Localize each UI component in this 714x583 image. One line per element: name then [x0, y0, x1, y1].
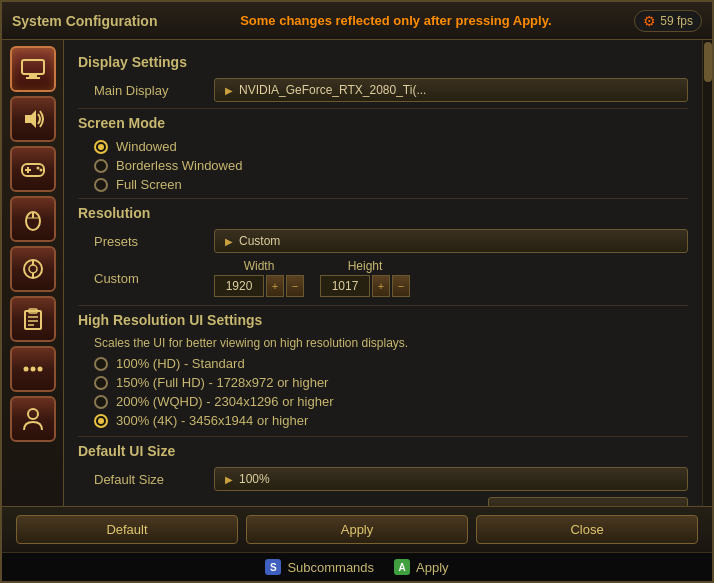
radio-150: [94, 376, 108, 390]
highres-300[interactable]: 300% (4K) - 3456x1944 or higher: [78, 413, 688, 428]
radio-300: [94, 414, 108, 428]
highres-100[interactable]: 100% (HD) - Standard: [78, 356, 688, 371]
dropdown-arrow-icon: ▶: [225, 85, 233, 96]
apply-all-button[interactable]: Apply All: [488, 497, 688, 506]
divider-2: [78, 198, 688, 199]
scrollbar[interactable]: [702, 40, 712, 506]
title-bar: System Configuration Some changes reflec…: [2, 2, 712, 40]
default-ui-section: Default UI Size Default Size ▶ 100% Appl…: [78, 443, 688, 506]
system-config-window: System Configuration Some changes reflec…: [0, 0, 714, 583]
height-controls: 1017 + −: [320, 275, 410, 297]
sound-icon: [20, 106, 46, 132]
default-size-value: 100%: [239, 472, 270, 486]
highres-300-label: 300% (4K) - 3456x1944 or higher: [116, 413, 308, 428]
highres-desc: Scales the UI for better viewing on high…: [78, 336, 688, 350]
sub-apply-item[interactable]: A Apply: [394, 559, 449, 575]
screen-mode-borderless[interactable]: Borderless Windowed: [94, 158, 688, 173]
radio-100: [94, 357, 108, 371]
display-icon: [20, 56, 46, 82]
presets-dropdown[interactable]: ▶ Custom: [214, 229, 688, 253]
height-increment-btn[interactable]: +: [372, 275, 390, 297]
highres-200[interactable]: 200% (WQHD) - 2304x1296 or higher: [78, 394, 688, 409]
radio-200: [94, 395, 108, 409]
svg-marker-3: [25, 110, 36, 128]
radio-windowed: [94, 140, 108, 154]
mouse-icon: [20, 206, 46, 232]
default-ui-header: Default UI Size: [78, 443, 688, 459]
svg-point-13: [29, 265, 37, 273]
screen-mode-fullscreen[interactable]: Full Screen: [94, 177, 688, 192]
presets-label: Presets: [94, 234, 214, 249]
default-size-dropdown[interactable]: ▶ 100%: [214, 467, 688, 491]
svg-point-23: [37, 367, 42, 372]
clipboard-icon: [20, 306, 46, 332]
highres-150[interactable]: 150% (Full HD) - 1728x972 or higher: [78, 375, 688, 390]
sub-apply-label: Apply: [416, 560, 449, 575]
main-display-dropdown[interactable]: ▶ NVIDIA_GeForce_RTX_2080_Ti(...: [214, 78, 688, 102]
width-block: Width 1920 + −: [214, 259, 304, 297]
highres-header: High Resolution UI Settings: [78, 312, 688, 328]
width-increment-btn[interactable]: +: [266, 275, 284, 297]
window-title: System Configuration: [12, 13, 157, 29]
sidebar: [2, 40, 64, 506]
custom-label: Custom: [94, 271, 214, 286]
sub-bar: S Subcommands A Apply: [2, 552, 712, 581]
screen-mode-fullscreen-label: Full Screen: [116, 177, 182, 192]
controller-icon: [20, 156, 46, 182]
sidebar-btn-more[interactable]: [10, 346, 56, 392]
sub-apply-icon: A: [394, 559, 410, 575]
highres-150-label: 150% (Full HD) - 1728x972 or higher: [116, 375, 328, 390]
highres-200-label: 200% (WQHD) - 2304x1296 or higher: [116, 394, 334, 409]
subcommands-item[interactable]: S Subcommands: [265, 559, 374, 575]
presets-arrow-icon: ▶: [225, 236, 233, 247]
main-display-row: Main Display ▶ NVIDIA_GeForce_RTX_2080_T…: [78, 78, 688, 102]
sidebar-btn-clipboard[interactable]: [10, 296, 56, 342]
presets-value: Custom: [239, 234, 280, 248]
screen-mode-windowed[interactable]: Windowed: [94, 139, 688, 154]
close-button[interactable]: Close: [476, 515, 698, 544]
content-scroll[interactable]: Display Settings Main Display ▶ NVIDIA_G…: [64, 40, 702, 506]
width-height-group: Width 1920 + − Height 1017: [214, 259, 410, 297]
svg-point-24: [28, 409, 38, 419]
width-controls: 1920 + −: [214, 275, 304, 297]
width-label: Width: [244, 259, 275, 273]
warning-text: Some changes reflected only after pressi…: [167, 13, 624, 28]
gamepad-icon: [20, 256, 46, 282]
highres-section: High Resolution UI Settings Scales the U…: [78, 312, 688, 428]
subcommands-icon: S: [265, 559, 281, 575]
main-display-label: Main Display: [94, 83, 214, 98]
height-decrement-btn[interactable]: −: [392, 275, 410, 297]
svg-point-8: [39, 169, 42, 172]
display-settings-header: Display Settings: [78, 54, 688, 70]
subcommands-label: Subcommands: [287, 560, 374, 575]
custom-resolution-row: Custom Width 1920 + −: [78, 259, 688, 297]
sidebar-btn-person[interactable]: [10, 396, 56, 442]
fps-badge: ⚙ 59 fps: [634, 10, 702, 32]
svg-point-21: [23, 367, 28, 372]
radio-fullscreen: [94, 178, 108, 192]
default-size-row: Default Size ▶ 100%: [78, 467, 688, 491]
sidebar-btn-sound[interactable]: [10, 96, 56, 142]
apply-change-row: Apply Change to All UI Components Apply …: [78, 497, 688, 506]
radio-borderless: [94, 159, 108, 173]
sidebar-btn-mouse[interactable]: [10, 196, 56, 242]
sidebar-btn-gamepad[interactable]: [10, 246, 56, 292]
main-display-value: NVIDIA_GeForce_RTX_2080_Ti(...: [239, 83, 426, 97]
width-decrement-btn[interactable]: −: [286, 275, 304, 297]
height-label: Height: [348, 259, 383, 273]
divider-3: [78, 305, 688, 306]
screen-mode-windowed-label: Windowed: [116, 139, 177, 154]
apply-button[interactable]: Apply: [246, 515, 468, 544]
sidebar-btn-display[interactable]: [10, 46, 56, 92]
person-icon: [20, 406, 46, 432]
main-area: Display Settings Main Display ▶ NVIDIA_G…: [2, 40, 712, 506]
sidebar-btn-controller[interactable]: [10, 146, 56, 192]
default-button[interactable]: Default: [16, 515, 238, 544]
resolution-section: Resolution Presets ▶ Custom Custom Width: [78, 205, 688, 297]
default-size-arrow-icon: ▶: [225, 474, 233, 485]
highres-100-label: 100% (HD) - Standard: [116, 356, 245, 371]
divider-1: [78, 108, 688, 109]
presets-row: Presets ▶ Custom: [78, 229, 688, 253]
height-value: 1017: [320, 275, 370, 297]
screen-mode-group: Windowed Borderless Windowed Full Screen: [78, 139, 688, 192]
